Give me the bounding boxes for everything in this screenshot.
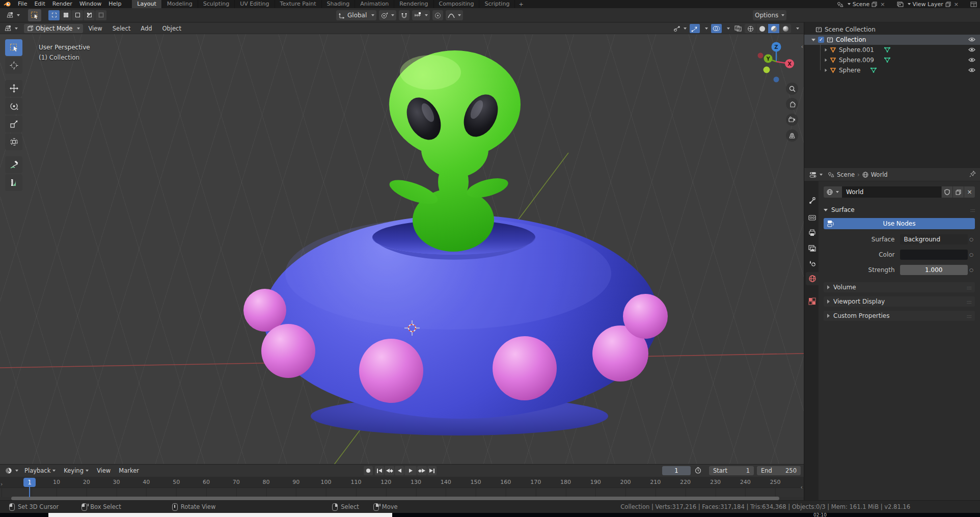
viewport-menu-object[interactable]: Object: [157, 25, 186, 32]
workspace-tab-rendering[interactable]: Rendering: [394, 0, 433, 8]
scene-name[interactable]: Scene: [853, 1, 870, 8]
timeline-collapse-icon[interactable]: ‹: [801, 484, 803, 491]
workspace-tab-animation[interactable]: Animation: [355, 0, 394, 8]
browse-world-button[interactable]: [824, 186, 842, 198]
drag-handle[interactable]: ::::: [967, 285, 971, 290]
workspace-tab-shading[interactable]: Shading: [322, 0, 356, 8]
timeline-expand-icon[interactable]: ›: [1, 481, 3, 487]
blender-logo-icon[interactable]: [4, 1, 11, 7]
region-collapse-icon[interactable]: ‹: [801, 43, 803, 50]
editor-corner-icon[interactable]: [970, 2, 977, 7]
workspace-tab-scripting[interactable]: Scripting: [479, 0, 515, 8]
menu-help[interactable]: Help: [105, 0, 125, 8]
add-workspace-button[interactable]: +: [515, 1, 527, 8]
view-layer-name[interactable]: View Layer: [913, 1, 943, 8]
select-mode-extend[interactable]: [60, 10, 71, 20]
color-swatch[interactable]: [900, 250, 968, 260]
tab-render[interactable]: [806, 211, 819, 224]
select-mode-invert[interactable]: [84, 10, 95, 20]
hide-toggle-eye-icon[interactable]: [968, 67, 975, 74]
camera-view-button[interactable]: [786, 114, 798, 126]
outliner-row-sphere.009[interactable]: Sphere.009: [804, 55, 980, 65]
unlink-datablock-button[interactable]: ×: [964, 186, 975, 198]
tab-output[interactable]: [806, 226, 819, 239]
object-visibility-dropdown[interactable]: [672, 24, 688, 33]
close-icon[interactable]: ×: [879, 1, 886, 8]
panel-viewport-display[interactable]: Viewport Display::::: [824, 296, 975, 307]
rotate-tool[interactable]: [5, 98, 22, 115]
animate-dot[interactable]: ○: [968, 237, 975, 242]
mode-dropdown[interactable]: Object Mode: [24, 24, 83, 33]
tab-tool[interactable]: [806, 194, 819, 207]
shading-solid-button[interactable]: [756, 24, 768, 33]
tab-texture[interactable]: [806, 294, 819, 308]
timeline-menu-keying[interactable]: Keying: [60, 467, 93, 474]
proportional-falloff-dropdown[interactable]: [446, 10, 463, 20]
properties-editor-type-button[interactable]: [807, 170, 825, 180]
jump-to-end-button[interactable]: [427, 466, 437, 475]
select-box-tool[interactable]: [5, 39, 22, 56]
shading-dropdown[interactable]: [793, 24, 801, 33]
play-reverse-button[interactable]: [395, 466, 404, 475]
zoom-button[interactable]: [786, 83, 798, 95]
select-mode-new[interactable]: [48, 10, 60, 20]
menu-file[interactable]: File: [14, 0, 31, 8]
shading-material-button[interactable]: [768, 24, 779, 33]
world-name-field[interactable]: World: [842, 186, 941, 198]
gizmos-dropdown[interactable]: [701, 24, 710, 33]
xray-toggle[interactable]: [733, 24, 743, 33]
previous-keyframe-button[interactable]: [385, 466, 394, 475]
jump-to-start-button[interactable]: [375, 466, 384, 475]
editor-type-button[interactable]: [4, 10, 22, 20]
orientation-dropdown[interactable]: Global: [336, 10, 376, 20]
active-tool-button[interactable]: [28, 9, 41, 21]
gizmos-toggle[interactable]: [690, 24, 700, 33]
outliner-row-scene-collection[interactable]: Scene Collection: [804, 24, 980, 35]
workspace-tab-layout[interactable]: Layout: [132, 0, 161, 8]
expand-icon[interactable]: [811, 39, 815, 41]
shading-wireframe-button[interactable]: [745, 24, 756, 33]
overlays-toggle[interactable]: [711, 24, 722, 33]
timeline-editor-type-button[interactable]: [3, 466, 20, 476]
frame-start-field[interactable]: Start1: [709, 466, 754, 475]
gizmo-z-neg[interactable]: [774, 77, 779, 83]
hide-toggle-eye-icon[interactable]: [968, 57, 975, 64]
outliner-row-sphere[interactable]: Sphere: [804, 65, 980, 75]
drag-handle[interactable]: ::::: [967, 299, 971, 305]
measure-tool[interactable]: [5, 174, 22, 191]
gizmo-y-neg[interactable]: [764, 67, 770, 73]
view-layer-selector[interactable]: View Layer ×: [897, 1, 960, 8]
fake-user-button[interactable]: [941, 186, 952, 198]
outliner-row-collection[interactable]: ✓ Collection: [804, 35, 980, 45]
viewport-menu-add[interactable]: Add: [135, 25, 157, 32]
drag-handle[interactable]: ::::: [967, 313, 971, 319]
panel-custom-properties[interactable]: Custom Properties::::: [824, 311, 975, 321]
frame-end-field[interactable]: End250: [757, 466, 801, 475]
menu-window[interactable]: Window: [76, 0, 105, 8]
pin-icon[interactable]: [969, 171, 976, 179]
current-frame-badge[interactable]: 1: [23, 478, 36, 487]
gizmo-x-neg[interactable]: [758, 53, 764, 59]
menu-render[interactable]: Render: [49, 0, 76, 8]
outliner-row-sphere.001[interactable]: Sphere.001: [804, 45, 980, 55]
scale-tool[interactable]: [5, 116, 22, 132]
ortho-toggle-button[interactable]: [786, 129, 798, 142]
overlays-dropdown[interactable]: [723, 24, 731, 33]
use-preview-range-icon[interactable]: [695, 467, 701, 475]
workspace-tab-texture-paint[interactable]: Texture Paint: [275, 0, 322, 8]
pivot-point-dropdown[interactable]: [379, 10, 396, 20]
next-keyframe-button[interactable]: [417, 466, 427, 475]
transform-tool[interactable]: [5, 133, 22, 150]
animate-dot[interactable]: ○: [968, 252, 975, 257]
pan-button[interactable]: [786, 98, 798, 110]
use-nodes-button[interactable]: Use Nodes: [824, 218, 975, 229]
timeline-menu-view[interactable]: View: [93, 467, 115, 474]
workspace-tab-sculpting[interactable]: Sculpting: [198, 0, 235, 8]
hide-toggle-eye-icon[interactable]: [968, 37, 975, 44]
current-frame-field[interactable]: 1: [662, 466, 691, 475]
timeline-menu-marker[interactable]: Marker: [115, 467, 143, 474]
snap-target-dropdown[interactable]: [412, 10, 430, 20]
tab-world[interactable]: [806, 272, 819, 285]
timeline-ruler[interactable]: 1 10203040506070809010011012013014015016…: [0, 477, 804, 488]
viewport-editor-type-button[interactable]: [2, 23, 20, 34]
